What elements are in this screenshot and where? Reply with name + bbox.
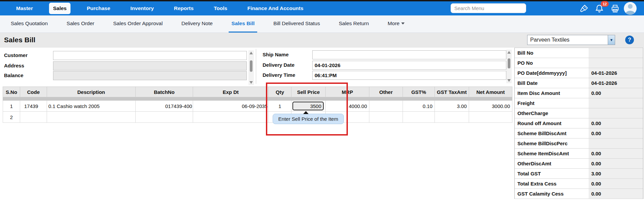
items-table-body: 1174390.1 Cashio watch 2005017439-40006-…	[3, 101, 512, 123]
subnav-item-sales-bill[interactable]: Sales Bill	[229, 15, 257, 33]
summary-value[interactable]	[589, 139, 643, 148]
summary-value[interactable]	[589, 108, 643, 118]
customer-field[interactable]	[53, 51, 247, 60]
summary-label: Bill No	[515, 48, 589, 58]
scroll-down-icon[interactable]	[249, 81, 253, 84]
items-table: S.NoCodeDescriptionBatchNoExp DtQtySell …	[3, 87, 512, 123]
summary-row-scheme-billdiscperc: Scheme BillDiscPerc	[515, 139, 643, 149]
summary-row-po-no: PO No	[515, 58, 643, 68]
top-menu-bar: MasterSalesPurchaseInventoryReportsTools…	[0, 1, 644, 15]
cell-net[interactable]: 3000.00	[469, 101, 512, 112]
summary-row-round-off-amount: Round off Amount0.00	[515, 118, 643, 128]
subnav-item-more[interactable]: More	[385, 15, 407, 33]
summary-row-scheme-billdiscamt: Scheme BillDiscAmt0.00	[515, 128, 643, 139]
summary-value[interactable]	[589, 98, 643, 108]
cell-gst-tax[interactable]: 3.00	[435, 101, 469, 112]
title-band: Sales Bill Parveen Textiles ▼ ?	[0, 33, 644, 48]
summary-label: Scheme BillDiscPerc	[515, 139, 589, 148]
cell-code[interactable]: 17439	[20, 101, 47, 112]
brush-icon[interactable]	[579, 4, 589, 13]
cell-exp[interactable]: 06-09-2035	[193, 101, 269, 112]
nav-item-sales[interactable]: Sales	[49, 3, 71, 14]
summary-label: OtherCharge	[515, 108, 589, 118]
printer-icon[interactable]	[610, 4, 620, 13]
col-header-description: Description	[47, 87, 136, 97]
scrollbar-thumb[interactable]	[508, 58, 510, 68]
summary-value[interactable]: 04-01-2026	[589, 78, 643, 88]
cell-mrp[interactable]: 4000.00	[326, 101, 369, 112]
cell-sno[interactable]: 1	[3, 101, 20, 112]
nav-item-reports[interactable]: Reports	[170, 3, 198, 14]
cell-description[interactable]	[47, 112, 136, 123]
cell-batch[interactable]: 017439-400	[136, 101, 193, 112]
cell-other[interactable]	[369, 101, 403, 112]
nav-item-tools[interactable]: Tools	[210, 3, 231, 14]
subnav-item-sales-return[interactable]: Sales Return	[336, 15, 372, 33]
company-selector[interactable]: Parveen Textiles ▼	[527, 35, 615, 45]
scroll-up-icon[interactable]	[249, 52, 253, 54]
cell-gst-tax[interactable]	[435, 112, 469, 123]
cell-gst[interactable]	[403, 112, 435, 123]
cell-sno[interactable]: 2	[3, 112, 20, 123]
delivery-time-field[interactable]: 06:41:PM	[312, 71, 506, 80]
sell-price-input[interactable]: 3500	[292, 102, 324, 110]
summary-label: Total Extra Cess	[515, 179, 589, 189]
search-menu-input[interactable]	[451, 3, 526, 13]
sales-subnav: Sales QuotationSales OrderSales Order Ap…	[0, 15, 644, 33]
scroll-up-icon[interactable]	[507, 51, 511, 54]
address-field[interactable]	[53, 61, 247, 70]
col-header-batchno: BatchNo	[136, 87, 193, 97]
summary-value[interactable]	[589, 58, 643, 68]
cell-gst[interactable]: 0.10	[403, 101, 435, 112]
cell-code[interactable]	[20, 112, 47, 123]
nav-item-master[interactable]: Master	[12, 3, 37, 14]
bill-summary-panel: Bill NoPO NoPO Date[ddmmyyyy]04-01-2026B…	[514, 48, 643, 199]
delivery-date-field[interactable]: 04-01-2026	[312, 61, 506, 70]
subnav-item-sales-order[interactable]: Sales Order	[64, 15, 97, 33]
ship-scrollbar[interactable]	[506, 50, 512, 83]
cell-batch[interactable]	[136, 112, 193, 123]
summary-value[interactable]: 0.00	[589, 128, 643, 138]
summary-label: Freight	[515, 98, 589, 108]
summary-value[interactable]	[589, 48, 643, 58]
scrollbar-thumb[interactable]	[250, 60, 252, 72]
cell-qty[interactable]: 1	[269, 101, 291, 112]
summary-value[interactable]: 0.00	[589, 149, 643, 158]
avatar-torso-icon	[626, 11, 635, 15]
help-icon[interactable]: ?	[625, 36, 634, 44]
tooltip-arrow-icon	[303, 111, 309, 114]
col-header-gst-taxamt: GST TaxAmt	[435, 87, 469, 97]
customer-scrollbar[interactable]	[248, 50, 254, 85]
summary-value[interactable]: 04-01-2026	[589, 68, 643, 78]
cell-other[interactable]	[369, 112, 403, 123]
subnav-item-delivery-note[interactable]: Delivery Note	[179, 15, 215, 33]
summary-value[interactable]: 3.00	[589, 169, 643, 178]
summary-value[interactable]: 0.00	[589, 179, 643, 189]
summary-label: Scheme ItemDiscAmt	[515, 149, 589, 158]
col-header-other: Other	[369, 87, 403, 97]
cell-net[interactable]	[469, 112, 512, 123]
cell-exp[interactable]	[193, 112, 269, 123]
col-header-sell-price: Sell Price	[291, 87, 326, 97]
subnav-item-bill-delivered-status[interactable]: Bill Delivered Status	[271, 15, 323, 33]
chevron-down-icon[interactable]: ▼	[608, 35, 615, 45]
avatar[interactable]	[624, 2, 637, 15]
ship-name-field[interactable]	[312, 50, 506, 59]
summary-value[interactable]: 0.00	[589, 159, 643, 168]
nav-item-finance-and-accounts[interactable]: Finance And Accounts	[243, 3, 308, 14]
nav-item-purchase[interactable]: Purchase	[83, 3, 114, 14]
cell-description[interactable]: 0.1 Cashio watch 2005	[47, 101, 136, 112]
subnav-item-sales-order-approval[interactable]: Sales Order Approval	[110, 15, 165, 33]
subnav-item-sales-quotation[interactable]: Sales Quotation	[8, 15, 50, 33]
summary-label: PO No	[515, 58, 589, 68]
summary-value[interactable]: 0.00	[589, 118, 643, 128]
table-row: 2	[3, 112, 512, 123]
chevron-down-icon	[401, 22, 405, 24]
balance-field[interactable]	[53, 71, 247, 80]
cell-sell-price[interactable]: 3500	[291, 101, 326, 112]
nav-item-inventory[interactable]: Inventory	[126, 3, 158, 14]
summary-value[interactable]: 0.00	[589, 88, 643, 98]
summary-value[interactable]: 0.00	[589, 189, 643, 199]
summary-row-item-disc-amount: Item Disc Amount0.00	[515, 88, 643, 98]
scroll-down-icon[interactable]	[507, 79, 511, 82]
